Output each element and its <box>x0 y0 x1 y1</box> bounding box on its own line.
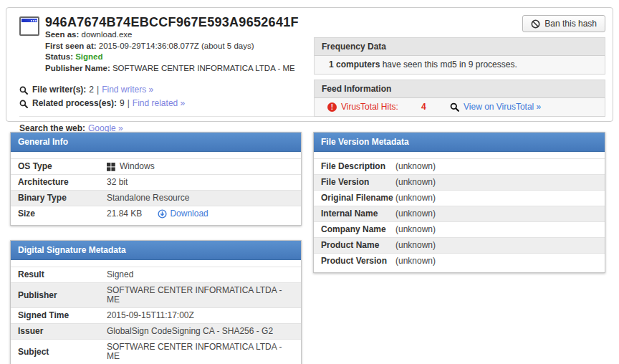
table-row: Subject SOFTWARE CENTER INFORMATICA LTDA… <box>11 339 301 364</box>
feed-information-title: Feed Information <box>315 80 605 98</box>
row-value: (unknown) <box>395 209 436 219</box>
row-value: 2015-09-15T11:17:00Z <box>107 311 194 320</box>
table-row: Result Signed <box>11 267 301 282</box>
first-seen-label: First seen at: <box>45 42 97 50</box>
binary-details-page: 946A7674B74EBCCF967E593A9652641F Seen as… <box>0 7 619 364</box>
row-value: (unknown) <box>395 193 436 203</box>
related-processes-label: Related process(es): <box>32 97 117 110</box>
row-label: Binary Type <box>18 193 107 203</box>
row-label: Product Version <box>321 257 395 266</box>
row-label: Architecture <box>18 178 107 187</box>
table-row: Binary Type Standalone Resource <box>11 190 301 206</box>
download-icon <box>158 209 167 219</box>
frequency-data-title: Frequency Data <box>315 38 605 56</box>
row-value: (unknown) <box>395 241 436 250</box>
panels-area: General Info OS Type Windows Architectur… <box>10 132 605 364</box>
row-value: (unknown) <box>395 225 436 234</box>
search-icon <box>19 86 28 95</box>
view-on-virustotal-link[interactable]: View on VirusTotal » <box>464 102 541 112</box>
row-label: Signed Time <box>18 311 107 320</box>
frequency-data-panel: Frequency Data 1 computers have seen thi… <box>314 37 605 75</box>
search-icon <box>19 100 28 108</box>
ban-hash-button[interactable]: Ban this hash <box>522 15 605 32</box>
file-writers-count: 2 <box>89 83 94 97</box>
find-writers-link[interactable]: Find writers » <box>102 83 153 97</box>
row-value: (unknown) <box>395 257 436 266</box>
row-label: Issuer <box>18 327 107 336</box>
digital-signature-body: Result Signed Publisher SOFTWARE CENTER … <box>11 260 301 364</box>
seen-as-line: Seen as: download.exe <box>45 29 314 41</box>
file-version-panel: File Version Metadata File Description (… <box>313 132 605 273</box>
row-label: Result <box>18 270 107 279</box>
ban-icon <box>531 19 540 29</box>
table-row: Internal Name (unknown) <box>314 206 605 221</box>
binary-type-value: Standalone Resource <box>107 193 189 203</box>
table-row: File Description (unknown) <box>314 158 605 174</box>
summary-panel: 946A7674B74EBCCF967E593A9652641F Seen as… <box>6 7 613 122</box>
general-info-panel: General Info OS Type Windows Architectur… <box>10 132 302 226</box>
find-related-link[interactable]: Find related » <box>133 97 185 110</box>
table-row: Product Version (unknown) <box>314 253 605 269</box>
download-link[interactable]: Download <box>158 209 208 219</box>
row-label: File Version <box>321 178 395 187</box>
digital-signature-title: Digital Signature Metadata <box>11 241 301 260</box>
row-label: Company Name <box>321 225 395 234</box>
title-column: 946A7674B74EBCCF967E593A9652641F Seen as… <box>45 15 314 74</box>
status-value: Signed <box>75 52 102 61</box>
table-row: Publisher SOFTWARE CENTER INFORMATICA LT… <box>11 282 301 307</box>
frequency-data-text: 1 computers have seen this md5 in 9 proc… <box>315 56 605 74</box>
ban-hash-label: Ban this hash <box>544 19 597 29</box>
table-row: Size 21.84 KB Download <box>11 206 301 221</box>
title-row: 946A7674B74EBCCF967E593A9652641F Seen as… <box>19 15 314 74</box>
row-value: SOFTWARE CENTER INFORMATICA LTDA - ME <box>107 286 294 305</box>
table-row: File Version (unknown) <box>314 174 605 190</box>
right-column: File Version Metadata File Description (… <box>313 132 605 287</box>
related-processes-count: 9 <box>120 97 125 110</box>
frequency-count: 1 computers <box>329 59 380 70</box>
table-row: Company Name (unknown) <box>314 221 605 237</box>
summary-left: 946A7674B74EBCCF967E593A9652641F Seen as… <box>14 15 314 115</box>
row-label: Subject <box>18 348 107 357</box>
executable-icon <box>19 16 39 36</box>
search-icon <box>450 102 459 112</box>
size-text: 21.84 KB <box>107 209 142 219</box>
general-info-body: OS Type Windows Architecture 32 bit Bina… <box>11 152 301 225</box>
download-label: Download <box>170 209 208 219</box>
file-writers-line: File writer(s): 2 | Find writers » <box>19 83 314 97</box>
left-column: General Info OS Type Windows Architectur… <box>10 132 302 364</box>
architecture-value: 32 bit <box>107 178 128 187</box>
windows-icon <box>107 163 115 171</box>
status-label: Status: <box>45 52 73 61</box>
row-label: Size <box>18 209 107 219</box>
row-label: Original Filename <box>321 193 395 203</box>
general-info-title: General Info <box>11 133 301 152</box>
feed-information-panel: Feed Information ! VirusTotal Hits: 4 Vi… <box>314 80 605 117</box>
table-row: Issuer GlobalSign CodeSigning CA - SHA25… <box>11 323 301 339</box>
file-version-body: File Description (unknown) File Version … <box>314 152 605 272</box>
table-row: Signed Time 2015-09-15T11:17:00Z <box>11 307 301 323</box>
table-row: Product Name (unknown) <box>314 237 605 253</box>
seen-as-value: download.exe <box>82 30 133 39</box>
table-row: Architecture 32 bit <box>11 174 301 190</box>
row-label: Product Name <box>321 241 395 250</box>
frequency-rest: have seen this md5 in 9 processes. <box>380 59 517 70</box>
virustotal-hits-label: VirusTotal Hits: <box>341 102 421 112</box>
page-title: 946A7674B74EBCCF967E593A9652641F <box>45 15 314 29</box>
publisher-name-value: SOFTWARE CENTER INFORMATICA LTDA - ME <box>112 64 295 72</box>
divider <box>19 116 314 117</box>
publisher-name-label: Publisher Name: <box>45 64 110 72</box>
virustotal-hits-count: 4 <box>421 102 443 112</box>
size-value: 21.84 KB Download <box>107 209 208 219</box>
file-version-title: File Version Metadata <box>314 133 605 152</box>
first-seen-value: 2015-09-29T14:36:08.077Z (about 5 days) <box>99 42 254 50</box>
file-writers-label: File writer(s): <box>32 83 86 97</box>
separator: | <box>97 83 99 97</box>
os-type-value: Windows <box>120 162 155 171</box>
publisher-line: Publisher Name: SOFTWARE CENTER INFORMAT… <box>45 63 314 75</box>
table-row: Original Filename (unknown) <box>314 190 605 206</box>
feed-information-row: ! VirusTotal Hits: 4 View on VirusTotal … <box>315 98 605 116</box>
table-row: OS Type Windows <box>11 158 301 174</box>
row-label: File Description <box>321 162 395 171</box>
status-line: Status: Signed <box>45 52 314 63</box>
row-label: Publisher <box>18 291 107 300</box>
